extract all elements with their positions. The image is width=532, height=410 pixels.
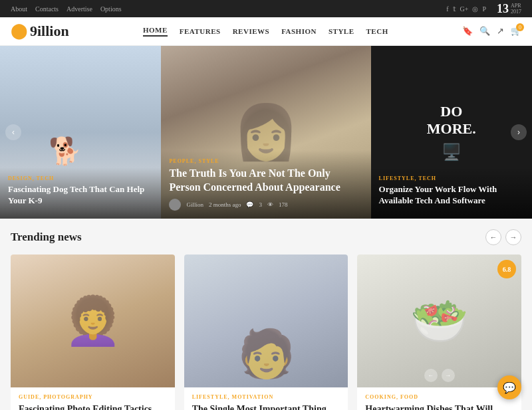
float-chat-button[interactable]: 💬 (497, 375, 521, 399)
hero-slide-2[interactable]: 👩 PEOPLE, STYLE The Truth Is You Are Not… (161, 46, 370, 219)
slide-2-author: Gillion (186, 201, 203, 208)
nav-tech[interactable]: TECH (366, 27, 388, 35)
card-3-image: 6.8 🥗 ← → (357, 255, 521, 387)
logo-text: 9illion (30, 23, 69, 40)
top-bar-links: About Contacts Advertise Options (11, 5, 122, 13)
google-plus-icon[interactable]: G+ (460, 5, 469, 13)
card-1-image: 👩‍🦱 (11, 255, 175, 387)
date-right: APR 2017 (511, 3, 521, 15)
card-2-category: LIFESTYLE, MOTIVATION (192, 394, 340, 400)
views-icon: 👁 (267, 201, 273, 208)
card-1-title: Fascinating Photo Editing Tactics That C… (19, 403, 167, 410)
card-3-next-btn[interactable]: → (442, 369, 455, 382)
card-3-rating: 6.8 (497, 260, 516, 278)
twitter-icon[interactable]: 𝕥 (453, 5, 456, 13)
card-1-body: GUIDE, PHOTOGRAPHY Fascinating Photo Edi… (11, 387, 175, 410)
slide-2-views: 178 (279, 201, 288, 208)
slide-2-meta: Gillion 2 months ago 💬 3 👁 178 (169, 199, 362, 211)
nav-home[interactable]: HOME (143, 26, 168, 37)
nav-fashion[interactable]: FASHION (281, 27, 317, 35)
trending-next-button[interactable]: → (505, 229, 521, 245)
hero-slide-3[interactable]: DOMORE. 🖥️ › LIFESTYLE, TECH Organize Yo… (371, 46, 532, 219)
logo-dot: ⬤ (11, 23, 27, 40)
trending-card-2[interactable]: 🧑 LIFESTYLE, MOTIVATION The Single Most … (184, 255, 348, 410)
nav-style[interactable]: STYLE (329, 27, 354, 35)
cart-badge: 0 (516, 23, 524, 31)
trending-header: Trending news ← → (11, 229, 521, 245)
header: ⬤ 9illion HOME FEATURES REVIEWS FASHION … (0, 17, 532, 46)
trending-section: Trending news ← → 👩‍🦱 GUIDE, PHOTOGRAPHY… (0, 219, 532, 410)
comment-icon: 💬 (246, 201, 253, 208)
main-nav: HOME FEATURES REVIEWS FASHION STYLE TECH (143, 26, 388, 37)
card-2-title: The Single Most Important Thing You Need… (192, 403, 340, 410)
card-3-category: COOKING, FOOD (365, 394, 513, 400)
cart-icon[interactable]: 🛒 0 (511, 26, 521, 37)
slide-2-category: PEOPLE, STYLE (169, 158, 362, 164)
nav-reviews[interactable]: REVIEWS (233, 27, 269, 35)
instagram-icon[interactable]: ◎ (472, 5, 478, 13)
slide-1-title: Fascinating Dog Tech That Can Help Your … (8, 184, 153, 207)
trending-nav: ← → (485, 229, 521, 245)
date-year: 2017 (511, 9, 521, 15)
date-day: 13 (497, 3, 509, 15)
card-3-prev-btn[interactable]: ← (424, 369, 438, 382)
card-3-title: Heartwarming Dishes That Will Lighten Up… (365, 403, 513, 410)
trending-cards: 👩‍🦱 GUIDE, PHOTOGRAPHY Fascinating Photo… (11, 255, 521, 410)
card-2-image: 🧑 (184, 255, 348, 387)
logo[interactable]: ⬤ 9illion (11, 23, 69, 40)
top-bar-right: f 𝕥 G+ ◎ P 13 APR 2017 (446, 3, 521, 15)
slide-3-overlay: LIFESTYLE, TECH Organize Your Work Flow … (371, 167, 532, 219)
slide-2-time: 2 months ago (209, 201, 241, 208)
slide-2-avatar (169, 199, 181, 211)
top-bar: About Contacts Advertise Options f 𝕥 G+ … (0, 0, 532, 17)
slide-1-prev-button[interactable]: ‹ (5, 124, 21, 140)
card-2-body: LIFESTYLE, MOTIVATION The Single Most Im… (184, 387, 348, 410)
slide-3-next-button[interactable]: › (511, 124, 527, 140)
do-more-text: DOMORE. (427, 103, 476, 138)
share-icon[interactable]: ↗ (497, 26, 504, 37)
topbar-link-options[interactable]: Options (100, 5, 122, 13)
card-1-category: GUIDE, PHOTOGRAPHY (19, 394, 167, 400)
topbar-link-contacts[interactable]: Contacts (35, 5, 59, 13)
slide-2-overlay: PEOPLE, STYLE The Truth Is You Are Not T… (161, 150, 370, 219)
topbar-link-about[interactable]: About (11, 5, 27, 13)
facebook-icon[interactable]: f (446, 5, 448, 13)
trending-prev-button[interactable]: ← (485, 229, 501, 245)
hero-slide-1[interactable]: ‹ DESIGN, TECH Fascinating Dog Tech That… (0, 46, 161, 219)
search-icon[interactable]: 🔍 (479, 26, 490, 37)
nav-features[interactable]: FEATURES (180, 27, 221, 35)
slide-2-title: The Truth Is You Are Not The Only Person… (169, 167, 362, 195)
social-icons: f 𝕥 G+ ◎ P (446, 5, 486, 13)
topbar-link-advertise[interactable]: Advertise (66, 5, 92, 13)
slide-3-category: LIFESTYLE, TECH (379, 175, 524, 181)
slide-3-title: Organize Your Work Flow With Available T… (379, 184, 524, 207)
trending-title: Trending news (11, 231, 82, 244)
pinterest-icon[interactable]: P (482, 5, 486, 13)
hero-slider: ‹ DESIGN, TECH Fascinating Dog Tech That… (0, 46, 532, 219)
trending-card-1[interactable]: 👩‍🦱 GUIDE, PHOTOGRAPHY Fascinating Photo… (11, 255, 175, 410)
bookmark-icon[interactable]: 🔖 (462, 26, 473, 37)
slide-2-comments: 3 (259, 201, 262, 208)
trending-card-3[interactable]: 6.8 🥗 ← → COOKING, FOOD Heartwarming Dis… (357, 255, 521, 410)
slide-1-category: DESIGN, TECH (8, 175, 153, 181)
date-month: APR (511, 3, 521, 9)
slide-1-overlay: DESIGN, TECH Fascinating Dog Tech That C… (0, 167, 161, 219)
date-display: 13 APR 2017 (497, 3, 521, 15)
header-icons: 🔖 🔍 ↗ 🛒 0 (462, 26, 521, 37)
card-3-body: COOKING, FOOD Heartwarming Dishes That W… (357, 387, 521, 410)
card-3-img-nav: ← → (424, 369, 455, 382)
